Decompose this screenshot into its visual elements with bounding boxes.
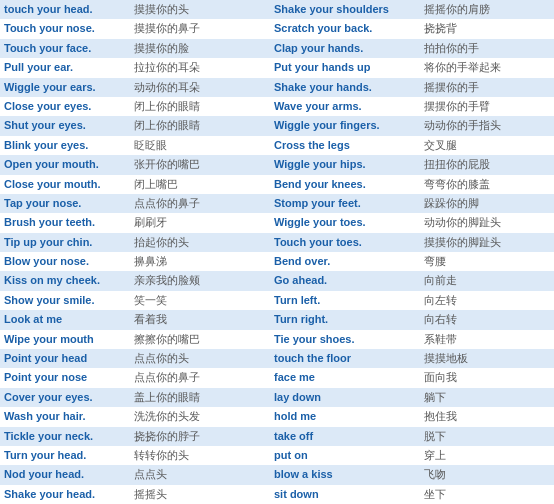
english-phrase-2: Wave your arms. <box>270 97 420 116</box>
english-phrase-2: face me <box>270 368 420 387</box>
chinese-phrase-1: 擦擦你的嘴巴 <box>130 330 270 349</box>
table-row: Point your head点点你的头touch the floor摸摸地板 <box>0 349 554 368</box>
chinese-phrase-1: 洗洗你的头发 <box>130 407 270 426</box>
english-phrase-2: Touch your toes. <box>270 233 420 252</box>
table-row: Touch your face.摸摸你的脸Clap your hands.拍拍你… <box>0 39 554 58</box>
chinese-phrase-2: 向左转 <box>420 291 554 310</box>
table-row: Close your mouth.闭上嘴巴Bend your knees.弯弯你… <box>0 175 554 194</box>
chinese-phrase-2: 动动你的脚趾头 <box>420 213 554 232</box>
chinese-phrase-2: 摸摸你的脚趾头 <box>420 233 554 252</box>
english-phrase-2: Scratch your back. <box>270 19 420 38</box>
chinese-phrase-1: 点点你的鼻子 <box>130 194 270 213</box>
english-phrase-2: Bend over. <box>270 252 420 271</box>
chinese-phrase-1: 亲亲我的脸颊 <box>130 271 270 290</box>
chinese-phrase-2: 交叉腿 <box>420 136 554 155</box>
english-phrase-1: Tickle your neck. <box>0 427 130 446</box>
english-phrase-1: Kiss on my cheek. <box>0 271 130 290</box>
english-phrase-1: Wipe your mouth <box>0 330 130 349</box>
english-phrase-2: Tie your shoes. <box>270 330 420 349</box>
table-row: Blink your eyes.眨眨眼Cross the legs交叉腿 <box>0 136 554 155</box>
english-phrase-2: Turn left. <box>270 291 420 310</box>
english-phrase-2: touch the floor <box>270 349 420 368</box>
english-phrase-2: Shake your shoulders <box>270 0 420 19</box>
chinese-phrase-1: 闭上你的眼睛 <box>130 116 270 135</box>
english-phrase-1: Point your head <box>0 349 130 368</box>
english-phrase-1: Wiggle your ears. <box>0 78 130 97</box>
english-phrase-1: Turn your head. <box>0 446 130 465</box>
english-phrase-2: Go ahead. <box>270 271 420 290</box>
chinese-phrase-2: 摇摆你的手 <box>420 78 554 97</box>
english-phrase-1: touch your head. <box>0 0 130 19</box>
english-phrase-1: Look at me <box>0 310 130 329</box>
table-row: Brush your teeth.刷刷牙Wiggle your toes.动动你… <box>0 213 554 232</box>
chinese-phrase-2: 躺下 <box>420 388 554 407</box>
english-phrase-2: Put your hands up <box>270 58 420 77</box>
english-phrase-2: Bend your knees. <box>270 175 420 194</box>
table-row: Pull your ear.拉拉你的耳朵Put your hands up将你的… <box>0 58 554 77</box>
english-phrase-1: Wash your hair. <box>0 407 130 426</box>
chinese-phrase-1: 刷刷牙 <box>130 213 270 232</box>
chinese-phrase-2: 向前走 <box>420 271 554 290</box>
table-row: Tickle your neck.挠挠你的脖子take off脱下 <box>0 427 554 446</box>
chinese-phrase-1: 转转你的头 <box>130 446 270 465</box>
english-phrase-2: blow a kiss <box>270 465 420 484</box>
table-row: Look at me看着我Turn right.向右转 <box>0 310 554 329</box>
chinese-phrase-1: 眨眨眼 <box>130 136 270 155</box>
table-row: Kiss on my cheek.亲亲我的脸颊Go ahead.向前走 <box>0 271 554 290</box>
table-row: Point your nose点点你的鼻子face me面向我 <box>0 368 554 387</box>
english-phrase-1: Open your mouth. <box>0 155 130 174</box>
chinese-phrase-2: 扭扭你的屁股 <box>420 155 554 174</box>
english-phrase-1: Show your smile. <box>0 291 130 310</box>
chinese-phrase-1: 拉拉你的耳朵 <box>130 58 270 77</box>
chinese-phrase-2: 面向我 <box>420 368 554 387</box>
english-phrase-2: Turn right. <box>270 310 420 329</box>
table-row: Touch your nose.摸摸你的鼻子Scratch your back.… <box>0 19 554 38</box>
chinese-phrase-2: 弯弯你的膝盖 <box>420 175 554 194</box>
english-phrase-1: Blink your eyes. <box>0 136 130 155</box>
chinese-phrase-1: 闭上嘴巴 <box>130 175 270 194</box>
table-row: Open your mouth.张开你的嘴巴Wiggle your hips.扭… <box>0 155 554 174</box>
table-row: Tap your nose.点点你的鼻子Stomp your feet.跺跺你的… <box>0 194 554 213</box>
chinese-phrase-1: 闭上你的眼睛 <box>130 97 270 116</box>
english-phrase-2: Wiggle your hips. <box>270 155 420 174</box>
table-row: Blow your nose.擤鼻涕Bend over.弯腰 <box>0 252 554 271</box>
chinese-phrase-2: 脱下 <box>420 427 554 446</box>
chinese-phrase-1: 挠挠你的脖子 <box>130 427 270 446</box>
english-phrase-1: Close your eyes. <box>0 97 130 116</box>
chinese-phrase-1: 动动你的耳朵 <box>130 78 270 97</box>
english-phrase-1: Shut your eyes. <box>0 116 130 135</box>
english-phrase-1: Tip up your chin. <box>0 233 130 252</box>
chinese-phrase-1: 点点头 <box>130 465 270 484</box>
chinese-phrase-1: 点点你的头 <box>130 349 270 368</box>
table-row: Wash your hair.洗洗你的头发hold me抱住我 <box>0 407 554 426</box>
chinese-phrase-2: 摸摸地板 <box>420 349 554 368</box>
english-phrase-2: hold me <box>270 407 420 426</box>
english-phrase-2: Wiggle your fingers. <box>270 116 420 135</box>
chinese-phrase-1: 看着我 <box>130 310 270 329</box>
chinese-phrase-2: 摆摆你的手臂 <box>420 97 554 116</box>
english-phrase-2: Cross the legs <box>270 136 420 155</box>
english-phrase-1: Touch your face. <box>0 39 130 58</box>
table-row: Show your smile.笑一笑Turn left.向左转 <box>0 291 554 310</box>
english-phrase-1: Touch your nose. <box>0 19 130 38</box>
chinese-phrase-1: 笑一笑 <box>130 291 270 310</box>
chinese-phrase-1: 点点你的鼻子 <box>130 368 270 387</box>
chinese-phrase-2: 挠挠背 <box>420 19 554 38</box>
table-row: Cover your eyes.盖上你的眼睛lay down躺下 <box>0 388 554 407</box>
chinese-phrase-2: 系鞋带 <box>420 330 554 349</box>
chinese-phrase-1: 摸摸你的头 <box>130 0 270 19</box>
chinese-phrase-2: 摇摇你的肩膀 <box>420 0 554 19</box>
table-row: Close your eyes.闭上你的眼睛Wave your arms.摆摆你… <box>0 97 554 116</box>
vocabulary-table: touch your head.摸摸你的头Shake your shoulder… <box>0 0 554 504</box>
english-phrase-1: Brush your teeth. <box>0 213 130 232</box>
chinese-phrase-1: 摸摸你的脸 <box>130 39 270 58</box>
english-phrase-2: Stomp your feet. <box>270 194 420 213</box>
english-phrase-1: Point your nose <box>0 368 130 387</box>
chinese-phrase-2: 将你的手举起来 <box>420 58 554 77</box>
english-phrase-1: Shake your head. <box>0 485 130 504</box>
chinese-phrase-2: 抱住我 <box>420 407 554 426</box>
chinese-phrase-2: 穿上 <box>420 446 554 465</box>
english-phrase-2: put on <box>270 446 420 465</box>
english-phrase-2: Shake your hands. <box>270 78 420 97</box>
chinese-phrase-1: 擤鼻涕 <box>130 252 270 271</box>
